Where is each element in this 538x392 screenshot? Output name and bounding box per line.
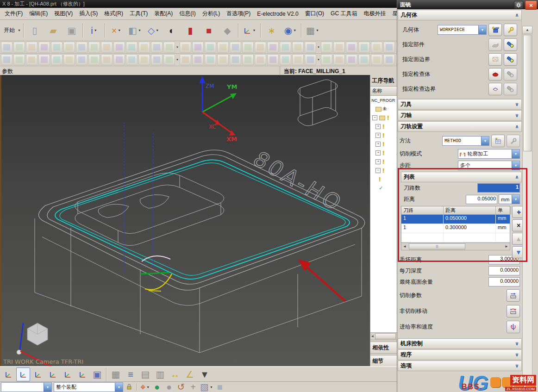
navigator-tree-item[interactable]: ! xyxy=(370,175,397,184)
chevron-down-icon[interactable]: ∨ xyxy=(515,112,519,118)
csys-origin-icon[interactable] xyxy=(75,367,89,381)
navigator-tree-item[interactable]: NC_PROGR xyxy=(370,96,397,105)
edit-geometry-button[interactable] xyxy=(504,24,517,36)
section-tool[interactable]: 刀具 ∨ xyxy=(398,99,522,110)
cam-toolbar-icon[interactable] xyxy=(26,42,38,53)
cam-toolbar-icon[interactable] xyxy=(305,54,316,65)
section-program[interactable]: 程序 ∨ xyxy=(398,349,522,360)
cam-toolbar-icon[interactable] xyxy=(76,54,88,65)
chevron-down-icon[interactable]: ▼ xyxy=(252,29,256,32)
cam-toolbar-icon[interactable] xyxy=(333,54,345,65)
cam-toolbar-icon[interactable] xyxy=(76,42,88,53)
csys-zoom-icon[interactable] xyxy=(46,367,60,381)
distance-unit-dropdown[interactable]: mm ▼ xyxy=(499,194,520,204)
navigator-hscrollbar[interactable]: ◄ xyxy=(370,332,397,340)
csys-icon[interactable]: ▼ xyxy=(241,22,258,39)
menu-item[interactable]: 电极外挂 xyxy=(360,8,389,19)
scroll-thumb[interactable] xyxy=(375,333,396,339)
csys-orient-icon[interactable] xyxy=(31,367,45,381)
close-icon[interactable]: × xyxy=(525,0,537,10)
navigator-tree-item[interactable]: +! xyxy=(370,149,397,157)
cam-toolbar-icon[interactable] xyxy=(1,54,13,65)
cam-toolbar-icon[interactable] xyxy=(230,42,241,53)
scroll-up-icon[interactable]: ▲ xyxy=(523,26,532,34)
show-tool-icon[interactable]: ▮ xyxy=(181,22,199,39)
section-geometry[interactable]: 几何体 ∧ xyxy=(398,10,522,20)
gray-ball-icon[interactable]: ● xyxy=(163,382,175,392)
chevron-down-icon[interactable]: ▼ xyxy=(210,386,213,389)
move-up-button[interactable]: ▲ xyxy=(512,233,522,245)
cam-toolbar-icon[interactable] xyxy=(126,54,138,65)
pass-table-row[interactable]: 10.050000mm xyxy=(401,215,510,224)
navigator-tab-dependencies[interactable]: 相依性 xyxy=(370,342,397,354)
cam-toolbar-icon[interactable] xyxy=(180,42,191,53)
cam-toolbar-icon[interactable] xyxy=(51,42,63,53)
navigator-tree-item[interactable]: ✓ xyxy=(370,184,397,193)
scroll-right-icon[interactable]: ► xyxy=(503,244,510,249)
unfold-up-icon[interactable]: ▤ xyxy=(138,367,152,381)
cam-toolbar-icon[interactable] xyxy=(113,54,125,65)
toolbar-more-caret[interactable]: ▼ xyxy=(198,367,212,381)
cam-toolbar-icon[interactable] xyxy=(192,54,204,65)
cam-toolbar-icon[interactable] xyxy=(383,42,395,53)
new-file-icon[interactable]: ▯ xyxy=(26,22,44,39)
chevron-down-icon[interactable]: ▼ xyxy=(481,137,489,145)
specify-part-button[interactable] xyxy=(488,38,502,51)
csys-rotate-icon[interactable] xyxy=(1,367,15,381)
scroll-thumb[interactable] xyxy=(523,35,532,151)
cutting-parameters-button[interactable] xyxy=(507,289,520,302)
edit-method-button[interactable] xyxy=(507,135,520,147)
cam-toolbar-icon[interactable] xyxy=(205,42,216,53)
shaded-view-icon[interactable]: ◧▼ xyxy=(126,22,144,39)
collapse-icon[interactable]: − xyxy=(372,115,377,120)
cam-toolbar-icon[interactable] xyxy=(138,42,150,53)
chevron-down-icon[interactable]: ▼ xyxy=(293,29,296,32)
cam-toolbar-icon[interactable] xyxy=(192,42,204,53)
chevron-down-icon[interactable]: ∨ xyxy=(515,363,519,369)
cam-toolbar-icon[interactable] xyxy=(217,54,229,65)
menu-item[interactable]: 格式(R) xyxy=(101,8,126,19)
marquee-select-icon[interactable]: ▧▼ xyxy=(200,382,213,392)
cam-toolbar-icon[interactable] xyxy=(151,54,163,65)
menu-item[interactable]: 工具(T) xyxy=(126,8,151,19)
distance-field[interactable]: 0.05000 xyxy=(466,195,497,204)
lock-icon[interactable] xyxy=(124,382,135,392)
select-check-boundary-flashlight-icon[interactable] xyxy=(504,83,517,95)
measure-angle-icon[interactable]: ∠ xyxy=(183,367,197,381)
chevron-down-icon[interactable]: ▼ xyxy=(94,29,97,32)
cam-toolbar-icon[interactable] xyxy=(180,54,191,65)
section-path-settings[interactable]: 刀轨设置 ∧ xyxy=(398,121,522,132)
menu-item[interactable]: 文件(F) xyxy=(1,8,26,19)
cam-toolbar-icon[interactable] xyxy=(358,54,370,65)
menu-item[interactable]: GC 工具箱 xyxy=(327,8,360,19)
navigator-tree-item[interactable]: +! xyxy=(370,122,397,131)
menu-item[interactable]: 视图(V) xyxy=(51,8,76,19)
menu-item[interactable]: 装配(A) xyxy=(151,8,176,19)
navigator-tree-item[interactable]: 未 xyxy=(370,105,397,113)
dialog-vscrollbar[interactable]: ▲ xyxy=(522,26,532,392)
cam-toolbar-icon[interactable] xyxy=(242,54,254,65)
save-file-icon[interactable]: ▣ xyxy=(63,22,81,39)
cam-toolbar-icon[interactable] xyxy=(255,42,266,53)
chevron-down-icon[interactable]: ▼ xyxy=(115,383,123,392)
menu-item[interactable]: 窗口(O) xyxy=(302,8,327,19)
cam-toolbar-icon[interactable] xyxy=(63,42,75,53)
new-method-button[interactable] xyxy=(491,135,505,147)
cam-toolbar-icon[interactable] xyxy=(113,42,125,53)
navigator-column-name[interactable]: 名称 xyxy=(370,86,397,96)
remove-button[interactable]: × xyxy=(512,219,522,231)
cam-toolbar-icon[interactable] xyxy=(101,42,113,53)
cut-mode-dropdown[interactable]: 轮廓加工 ▼ xyxy=(458,149,520,159)
select-face-boundary-flashlight-icon[interactable] xyxy=(504,53,517,66)
cam-toolbar-icon[interactable] xyxy=(292,54,304,65)
section-list[interactable]: 列表 ∧ xyxy=(401,172,522,182)
add-new-set-button[interactable]: + xyxy=(512,206,522,218)
info-icon[interactable]: i▼ xyxy=(85,22,103,39)
expand-icon[interactable]: + xyxy=(375,142,381,147)
cam-toolbar-icon[interactable] xyxy=(280,54,291,65)
cam-toolbar-icon[interactable] xyxy=(346,54,357,65)
start-button[interactable]: 开始▼ xyxy=(1,22,21,39)
cam-toolbar-icon[interactable] xyxy=(51,54,63,65)
graphics-viewport[interactable]: 80A-HO xyxy=(0,75,370,367)
pass-table-row[interactable]: 10.300000mm xyxy=(401,224,510,233)
